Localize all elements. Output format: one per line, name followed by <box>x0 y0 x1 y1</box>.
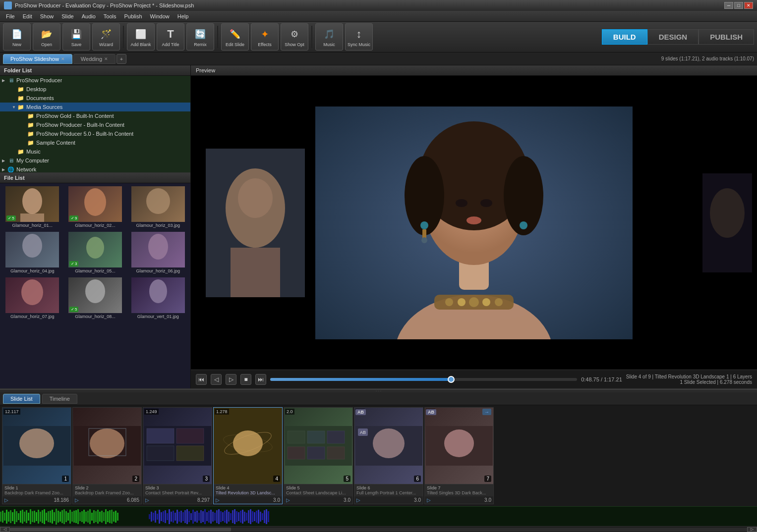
menu-audio[interactable]: Audio <box>78 12 100 20</box>
edit-slide-button[interactable]: ✏️ Edit Slide <box>221 23 249 51</box>
tab-proshow-slideshow[interactable]: ProShow Slideshow ✕ <box>3 54 72 64</box>
slide-item-1[interactable]: 12.117 1 Slide 1 Backdrop Dark Framed Zo… <box>2 407 71 504</box>
file-thumb-glamour-vert-01[interactable]: Glamour_vert_01.jpg <box>127 276 188 320</box>
tree-item-sample[interactable]: 📁 Sample Content <box>0 138 190 147</box>
toolbar-separator-2 <box>217 26 218 48</box>
file-thumb-glamour-08[interactable]: ✓ 5 Glamour_horiz_08... <box>65 276 126 320</box>
tree-item-documents[interactable]: 📁 Documents <box>0 94 190 103</box>
music-button[interactable]: 🎵 Music <box>315 23 343 51</box>
progress-handle[interactable] <box>448 376 455 383</box>
menu-tools[interactable]: Tools <box>100 12 120 20</box>
slide-title-5: Slide 5 <box>286 485 350 490</box>
slide-play-1[interactable]: ▷ <box>4 497 8 503</box>
skip-end-button[interactable]: ⏭ <box>255 374 266 385</box>
slide-play-6[interactable]: ▷ <box>356 497 360 503</box>
scroll-left-button[interactable]: ◁ <box>0 527 10 532</box>
file-thumb-glamour-04[interactable]: Glamour_horiz_04.jpg <box>2 231 63 274</box>
sync-music-button[interactable]: ↕ Sync Music <box>345 23 373 51</box>
effects-button[interactable]: ✦ Effects <box>251 23 279 51</box>
slide-list[interactable]: 12.117 1 Slide 1 Backdrop Dark Framed Zo… <box>0 405 757 506</box>
save-button[interactable]: 💾 Save <box>62 23 90 51</box>
add-blank-button[interactable]: ⬜ Add Blank <box>127 23 155 51</box>
thumb-image-glamour-04 <box>5 232 59 267</box>
text-badge-6: AB <box>355 409 366 415</box>
tab-close-icon[interactable]: ✕ <box>61 56 65 61</box>
slide-dur-3: 8.297 <box>197 497 210 503</box>
slide-item-4[interactable]: 1.278 4 Slide 4 Tilted Revolution 3D Lan… <box>213 407 283 504</box>
file-thumb-glamour-02[interactable]: ✓ 9 Glamour_horiz_02... <box>65 185 126 229</box>
minimize-button[interactable]: ─ <box>724 2 733 9</box>
add-tab-button[interactable]: + <box>116 54 126 64</box>
scroll-track[interactable] <box>10 528 747 532</box>
slide-title-6: Slide 6 <box>356 485 421 490</box>
open-button[interactable]: 📂 Open <box>33 23 60 51</box>
tree-item-network[interactable]: ▶ 🌐 Network <box>0 165 190 172</box>
tree-item-media-sources[interactable]: ▼ 📁 Media Sources <box>0 103 190 111</box>
tree-item-proshow-prod-content[interactable]: 📁 ProShow Producer - Built-In Content <box>0 120 190 129</box>
maximize-button[interactable]: □ <box>734 2 743 9</box>
tab-wedding-label: Wedding <box>81 56 102 62</box>
menu-file[interactable]: File <box>2 12 19 20</box>
slide-list-tab[interactable]: Slide List <box>3 394 40 404</box>
svg-point-39 <box>19 428 54 458</box>
svg-rect-104 <box>75 510 77 523</box>
horizontal-scrollbar[interactable]: ◁ ▷ <box>0 526 757 532</box>
wizard-label: Wizard <box>99 42 113 47</box>
svg-point-24 <box>480 199 492 207</box>
tree-item-proshow-producer[interactable]: ▶ 🖥 ProShow Producer <box>0 76 190 85</box>
tree-item-my-computer[interactable]: ▶ 🖥 My Computer <box>0 156 190 165</box>
tab-wedding[interactable]: Wedding ✕ <box>73 54 116 64</box>
scroll-right-button[interactable]: ▷ <box>747 527 757 532</box>
slide-item-2[interactable]: 2 Slide 2 Backdrop Dark Framed Zoo... ▷ … <box>72 407 142 504</box>
progress-bar[interactable] <box>270 378 577 381</box>
folder-tree[interactable]: ▶ 🖥 ProShow Producer 📁 Desktop 📁 Documen… <box>0 76 190 172</box>
slide-play-7[interactable]: ▷ <box>427 497 431 503</box>
play-button[interactable]: ▷ <box>226 374 236 385</box>
scroll-thumb[interactable] <box>10 528 231 532</box>
slide-item-7[interactable]: 2.0 7 AB → Slide 7 Tilted Singles 3D Dar… <box>424 407 494 504</box>
slide-item-5[interactable]: 2.0 5 Slide 5 Contact Sheet Landscape Li… <box>284 407 353 504</box>
publish-button[interactable]: PUBLISH <box>699 29 754 45</box>
file-thumb-glamour-05[interactable]: ✓ 3 Glamour_horiz_05... <box>65 231 126 274</box>
tree-item-desktop[interactable]: 📁 Desktop <box>0 85 190 94</box>
tree-item-music[interactable]: 📁 Music <box>0 147 190 156</box>
menu-slide[interactable]: Slide <box>58 12 77 20</box>
build-button[interactable]: BUILD <box>602 29 647 45</box>
menu-bar: File Edit Show Slide Audio Tools Publish… <box>0 11 757 22</box>
prev-frame-button[interactable]: ◁ <box>211 374 222 385</box>
slide-play-5[interactable]: ▷ <box>286 497 290 503</box>
slide-play-2[interactable]: ▷ <box>75 497 79 503</box>
file-thumb-glamour-06[interactable]: Glamour_horiz_06.jpg <box>127 231 188 274</box>
svg-rect-114 <box>95 511 97 522</box>
add-title-button[interactable]: T Add Title <box>157 23 184 51</box>
svg-rect-172 <box>240 511 241 523</box>
slide-info-line2: 1 Slide Selected | 6.278 seconds <box>626 379 752 385</box>
show-opt-button[interactable]: ⚙ Show Opt <box>281 23 308 51</box>
slide-play-4[interactable]: ▷ <box>216 497 220 503</box>
slide-play-3[interactable]: ▷ <box>145 497 149 503</box>
menu-show[interactable]: Show <box>36 12 58 20</box>
menu-edit[interactable]: Edit <box>19 12 36 20</box>
remix-button[interactable]: 🔄 Remix <box>186 23 214 51</box>
slide-item-3[interactable]: 1.249 3 Slide 3 Contact Sheet Portrait R… <box>143 407 212 504</box>
menu-publish[interactable]: Publish <box>120 12 146 20</box>
close-button[interactable]: ✕ <box>744 2 753 9</box>
timeline-tab[interactable]: Timeline <box>42 394 77 404</box>
svg-rect-167 <box>230 513 232 520</box>
tab-wedding-close-icon[interactable]: ✕ <box>104 56 108 61</box>
skip-start-button[interactable]: ⏮ <box>196 374 207 385</box>
file-thumb-glamour-03[interactable]: Glamour_horiz_03.jpg <box>127 185 188 229</box>
preview-area[interactable] <box>191 76 757 370</box>
file-thumb-glamour-07[interactable]: Glamour_horiz_07.jpg <box>2 276 63 320</box>
tree-item-proshow-gold[interactable]: 📁 ProShow Gold - Built-In Content <box>0 111 190 120</box>
file-thumb-glamour-01[interactable]: ✓ 5 Glamour_horiz_01... <box>2 185 63 229</box>
slide-item-6[interactable]: AB 2.0 6 AB Slide 6 Full Length Portrait… <box>354 407 423 504</box>
design-button[interactable]: DESIGN <box>647 29 699 45</box>
stop-button[interactable]: ■ <box>240 374 251 385</box>
menu-help[interactable]: Help <box>174 12 193 20</box>
menu-window[interactable]: Window <box>146 12 174 20</box>
wizard-button[interactable]: 🪄 Wizard <box>92 23 120 51</box>
new-button[interactable]: 📄 New <box>3 23 31 51</box>
tree-item-proshow-50[interactable]: 📁 ProShow Producer 5.0 - Built-In Conten… <box>0 129 190 138</box>
preview-panel: Preview <box>191 65 757 388</box>
